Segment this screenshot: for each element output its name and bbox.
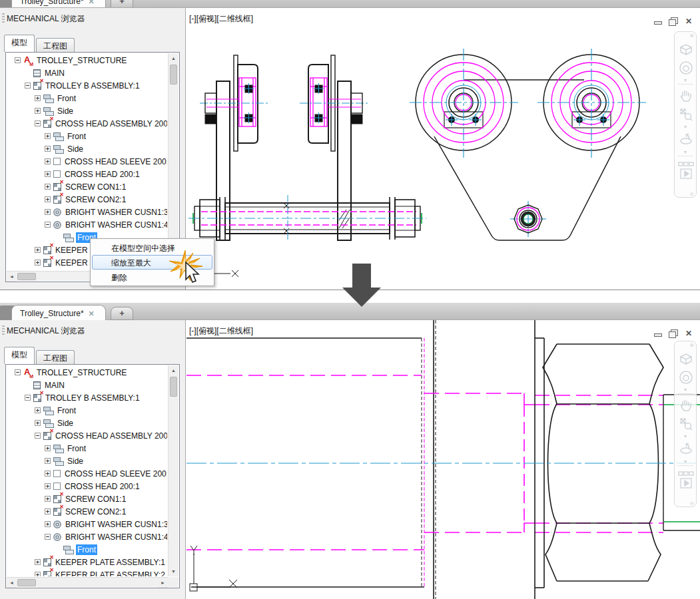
tree-row[interactable]: +KEEPER PLATE ASSEMBLY:1 xyxy=(7,556,167,568)
tree-item-label[interactable]: Front xyxy=(76,544,97,555)
drawing-viewport[interactable]: [-][俯视][二维线框] ✕ xyxy=(186,8,700,290)
tree-row[interactable]: +KEEPER PLATE ASSEMBLY:2 xyxy=(7,568,167,576)
panel-grip-handle[interactable] xyxy=(2,325,5,336)
expand-icon[interactable]: + xyxy=(45,146,51,152)
tree-item-label[interactable]: Side xyxy=(66,144,85,154)
tree-item-label[interactable]: TROLLEY B ASSEMBLY:1 xyxy=(44,393,141,403)
tree-item-label[interactable]: BRIGHT WASHER CUSN1:4 xyxy=(64,220,167,230)
expand-icon[interactable]: + xyxy=(35,247,41,253)
scroll-thumb[interactable] xyxy=(17,579,36,586)
tree-row[interactable]: −BRIGHT WASHER CUSN1:4 xyxy=(7,530,167,543)
minimize-button[interactable] xyxy=(653,329,663,337)
restore-button[interactable] xyxy=(669,17,678,25)
tree-item-label[interactable]: TROLLEY_STRUCTURE xyxy=(35,367,128,378)
tree-item-label[interactable]: Front xyxy=(66,131,87,142)
tree-row[interactable]: +BRIGHT WASHER CUSN1:3 xyxy=(7,518,167,530)
tree-row[interactable]: −CROSS HEAD ASSEMBLY 200 xyxy=(7,429,167,442)
tree-row[interactable]: −CROSS HEAD ASSEMBLY 200 xyxy=(7,117,167,130)
tree-row[interactable]: Front xyxy=(7,543,167,556)
pan-hand-icon[interactable] xyxy=(678,397,694,413)
chevron-down-icon[interactable]: ▼ xyxy=(675,459,696,465)
chevron-down-icon[interactable]: ▼ xyxy=(675,387,696,393)
browser-tab-工程图[interactable]: 工程图 xyxy=(36,38,75,53)
expand-icon[interactable]: + xyxy=(35,420,41,426)
navigation-bar[interactable]: ⊗ ▼ ▼ ▼ xyxy=(674,341,697,507)
tree-row[interactable]: MAIN xyxy=(7,67,167,79)
expand-icon[interactable]: + xyxy=(35,108,41,114)
expand-icon[interactable]: + xyxy=(35,95,41,101)
new-tab-button[interactable]: + xyxy=(111,307,133,320)
restore-button[interactable] xyxy=(669,329,678,337)
tree-row[interactable]: +CROSS HEAD SLEEVE 200:1 xyxy=(7,467,167,480)
chevron-down-icon[interactable]: ▼ xyxy=(675,434,696,439)
tree-row[interactable]: −BRIGHT WASHER CUSN1:4 xyxy=(7,218,167,231)
expand-icon[interactable]: + xyxy=(35,559,41,565)
new-tab-button[interactable]: + xyxy=(111,0,133,8)
tree-row[interactable]: +CROSS HEAD 200:1 xyxy=(7,168,167,180)
view-cube-icon[interactable] xyxy=(678,351,694,367)
expand-icon[interactable]: + xyxy=(45,508,51,514)
tree-item-label[interactable]: CROSS HEAD SLEEVE 200:1 xyxy=(63,469,167,479)
tree-item-label[interactable]: KEEPER PLATE ASSEMBLY:1 xyxy=(54,557,167,568)
tree-item-label[interactable]: CROSS HEAD ASSEMBLY 200 xyxy=(54,118,167,129)
document-tab[interactable]: Trolley_Structure* ✕ xyxy=(11,305,106,320)
expand-icon[interactable]: + xyxy=(45,471,51,477)
scroll-left-icon[interactable]: ◄ xyxy=(7,272,17,282)
tree-row[interactable]: +Front xyxy=(7,442,167,455)
zoom-icon[interactable] xyxy=(678,106,694,122)
showmotion-icon[interactable] xyxy=(678,160,694,186)
tree-item-label[interactable]: Front xyxy=(56,93,77,104)
expand-icon[interactable]: + xyxy=(35,260,41,266)
tree-item-label[interactable]: Front xyxy=(66,443,87,454)
navbar-collapse-icon[interactable]: ⊖ xyxy=(689,191,694,197)
drawing-viewport[interactable]: [-][俯视][二维线框] ✕ xyxy=(186,320,700,599)
tree-item-label[interactable]: SCREW CON1:1 xyxy=(64,494,127,504)
orbit-icon[interactable] xyxy=(678,132,694,148)
pan-hand-icon[interactable] xyxy=(678,88,694,104)
viewport-label[interactable]: [-][俯视][二维线框] xyxy=(189,325,253,337)
zoom-icon[interactable] xyxy=(678,416,694,432)
tree-row[interactable]: +CROSS HEAD 200:1 xyxy=(7,480,167,493)
expand-icon[interactable]: + xyxy=(45,133,51,139)
close-button[interactable]: ✕ xyxy=(684,329,693,337)
tree-row[interactable]: −TROLLEY_STRUCTURE xyxy=(7,366,167,379)
document-tab[interactable]: Trolley_Structure* ✕ xyxy=(11,0,106,8)
collapse-icon[interactable]: − xyxy=(25,395,31,401)
collapse-icon[interactable]: − xyxy=(45,534,51,540)
showmotion-icon[interactable] xyxy=(678,469,694,496)
navbar-close-icon[interactable]: ⊗ xyxy=(689,342,694,348)
scroll-right-icon[interactable]: ► xyxy=(158,578,168,588)
tree-row[interactable]: +Front xyxy=(7,404,167,417)
expand-icon[interactable]: + xyxy=(45,458,51,464)
vertical-scrollbar[interactable]: ▲ ▼ xyxy=(168,365,178,576)
tree-item-label[interactable]: MAIN xyxy=(43,380,66,391)
tree-item-label[interactable]: CROSS HEAD SLEEVE 200:1 xyxy=(63,156,167,167)
tree-row[interactable]: +SCREW CON1:1 xyxy=(7,493,167,505)
tree-row[interactable]: +Front xyxy=(7,130,167,142)
tree-item-label[interactable]: CROSS HEAD 200:1 xyxy=(63,169,141,180)
tree-item-label[interactable]: BRIGHT WASHER CUSN1:3 xyxy=(64,207,167,218)
tree-row[interactable]: +Side xyxy=(7,417,167,429)
collapse-icon[interactable]: − xyxy=(15,369,21,375)
chevron-down-icon[interactable]: ▼ xyxy=(675,78,696,83)
minimize-button[interactable] xyxy=(653,17,663,25)
tree-row[interactable]: +SCREW CON2:1 xyxy=(7,505,167,518)
tree-row[interactable]: −TROLLEY B ASSEMBLY:1 xyxy=(7,79,167,92)
view-cube-icon[interactable] xyxy=(678,41,694,57)
tree-item-label[interactable]: Front xyxy=(56,405,77,416)
tree-row[interactable]: −TROLLEY_STRUCTURE xyxy=(7,54,167,67)
scroll-left-icon[interactable]: ◄ xyxy=(7,578,17,588)
scroll-up-icon[interactable]: ▲ xyxy=(169,53,178,63)
tree-item-label[interactable]: CROSS HEAD 200:1 xyxy=(63,481,141,492)
navigation-wheel-icon[interactable] xyxy=(678,369,694,385)
navigation-bar[interactable]: ⊗ ▼ ▼ ▼ xyxy=(674,31,697,198)
collapse-icon[interactable]: − xyxy=(35,120,41,126)
tree-item-label[interactable]: SCREW CON2:1 xyxy=(64,194,127,205)
orbit-icon[interactable] xyxy=(678,441,694,457)
chevron-down-icon[interactable]: ▼ xyxy=(675,150,696,155)
expand-icon[interactable]: + xyxy=(45,158,51,164)
tree-item-label[interactable]: Side xyxy=(56,106,75,116)
browser-tab-模型[interactable]: 模型 xyxy=(4,35,35,52)
collapse-icon[interactable]: − xyxy=(35,433,41,439)
scroll-thumb[interactable] xyxy=(17,273,36,280)
